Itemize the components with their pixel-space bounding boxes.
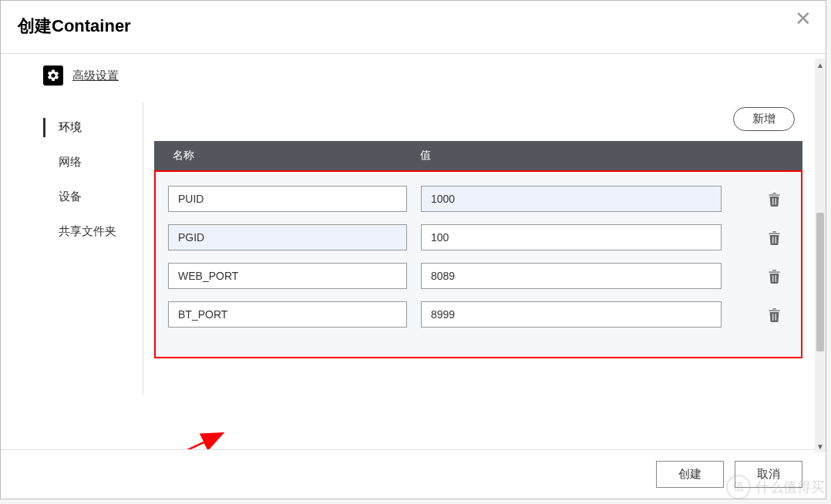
sidebar-item-env[interactable]: 环境 [43, 110, 143, 145]
sidebar-item-device[interactable]: 设备 [43, 180, 143, 214]
create-button[interactable]: 创建 [656, 461, 724, 488]
trash-icon[interactable] [762, 307, 786, 322]
cancel-button[interactable]: 取消 [735, 461, 802, 488]
env-row [162, 180, 795, 218]
sidebar-item-shared-folder[interactable]: 共享文件夹 [43, 214, 143, 249]
env-name-input[interactable] [168, 186, 407, 212]
trash-icon[interactable] [762, 269, 786, 284]
trash-icon[interactable] [762, 192, 786, 207]
env-row [162, 257, 795, 295]
trash-icon[interactable] [762, 230, 786, 245]
modal-footer: 创建 取消 [1, 449, 826, 499]
svg-line-1 [39, 433, 223, 449]
main-panel: 新增 名称 值 [143, 102, 802, 358]
highlighted-area [154, 170, 802, 358]
env-value-input[interactable] [421, 301, 722, 328]
advanced-settings-header: 高级设置 [43, 66, 802, 86]
scrollbar-up-icon[interactable]: ▲ [815, 59, 826, 71]
env-name-input[interactable] [168, 224, 407, 250]
close-icon[interactable]: ✕ [795, 8, 812, 29]
table-header: 名称 值 [154, 141, 802, 170]
scrollbar-thumb[interactable] [816, 213, 824, 351]
sidebar-item-network[interactable]: 网络 [43, 145, 143, 180]
col-header-name: 名称 [154, 149, 412, 163]
add-button[interactable]: 新增 [733, 107, 795, 131]
env-table: 名称 值 [154, 140, 802, 358]
advanced-settings-link[interactable]: 高级设置 [72, 69, 119, 83]
modal-dialog: 创建Container ✕ 高级设置 环境 网络 设备 共享文件夹 新增 [0, 0, 826, 499]
env-value-input[interactable] [421, 186, 722, 212]
gear-icon [43, 66, 63, 86]
settings-sidebar: 环境 网络 设备 共享文件夹 [43, 102, 143, 395]
content-row: 环境 网络 设备 共享文件夹 新增 名称 值 [43, 102, 802, 395]
env-name-input[interactable] [168, 263, 407, 289]
scrollbar-down-icon[interactable]: ▼ [815, 440, 826, 452]
modal-title: 创建Container [18, 15, 131, 38]
modal-body: 高级设置 环境 网络 设备 共享文件夹 新增 名称 值 [1, 54, 826, 449]
env-value-input[interactable] [421, 263, 722, 289]
modal-header: 创建Container ✕ [1, 1, 826, 54]
env-value-input[interactable] [421, 224, 722, 250]
panel-toolbar: 新增 [154, 102, 802, 140]
annotation-arrow [39, 422, 240, 449]
scrollbar[interactable]: ▲ ▼ [815, 59, 826, 452]
env-row [162, 295, 795, 334]
col-header-value: 值 [412, 149, 764, 163]
env-name-input[interactable] [168, 301, 407, 328]
env-row [162, 218, 795, 257]
